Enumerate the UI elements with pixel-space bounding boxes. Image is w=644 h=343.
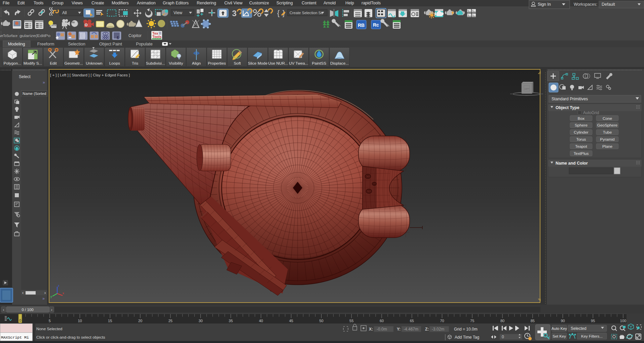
svg-text:Populate: Populate <box>136 42 152 46</box>
svg-text:Torus: Torus <box>576 137 586 142</box>
svg-text:Pyramid: Pyramid <box>600 137 614 142</box>
svg-text:55: 55 <box>349 319 353 323</box>
svg-text:0: 0 <box>19 319 21 322</box>
svg-text:Plane: Plane <box>602 144 613 149</box>
svg-text:Customize: Customize <box>249 1 269 5</box>
svg-text:Use NUR...: Use NUR... <box>268 61 288 66</box>
svg-text:[ + ] [ Left ] [ Standard ] [: [ + ] [ Left ] [ Standard ] [ Clay + Edg… <box>50 73 130 77</box>
svg-text:Content: Content <box>302 1 316 5</box>
svg-text:{: { <box>277 9 279 17</box>
svg-text:Geometr...: Geometr... <box>65 61 83 66</box>
svg-text:Z:: Z: <box>425 327 429 332</box>
svg-text:30: 30 <box>198 319 202 323</box>
svg-text:›: › <box>51 308 52 312</box>
svg-text:Rc: Rc <box>373 22 379 28</box>
svg-text:-4.467m: -4.467m <box>404 327 418 332</box>
svg-text:70: 70 <box>440 319 444 323</box>
svg-text:Tools: Tools <box>152 35 161 39</box>
svg-text:Visibility: Visibility <box>169 61 183 66</box>
svg-text:gularize(EditPo: gularize(EditPo <box>20 34 50 38</box>
svg-text:Edit: Edit <box>17 1 25 5</box>
svg-text:‹: ‹ <box>22 290 24 295</box>
svg-text:Copitor: Copitor <box>128 33 142 38</box>
svg-text:-0.0m: -0.0m <box>377 327 387 332</box>
svg-text:File: File <box>3 1 9 5</box>
svg-text:Polygon...: Polygon... <box>4 61 21 66</box>
svg-text:40: 40 <box>259 319 263 323</box>
svg-text:75: 75 <box>470 319 474 323</box>
svg-text:All: All <box>62 10 67 15</box>
svg-text:Properties: Properties <box>208 61 226 66</box>
svg-text:10: 10 <box>78 319 82 323</box>
svg-text:-3.02m: -3.02m <box>432 327 444 332</box>
svg-text:Key Filters...: Key Filters... <box>581 334 603 338</box>
svg-text:None Selected: None Selected <box>36 327 62 331</box>
svg-text:Edit: Edit <box>50 61 57 66</box>
svg-text:Standard Primitives: Standard Primitives <box>552 97 588 101</box>
svg-text:Scripting: Scripting <box>276 1 293 5</box>
svg-text:LEFT: LEFT <box>524 88 529 90</box>
svg-text:Animation: Animation <box>137 1 156 5</box>
svg-text:RB: RB <box>358 23 365 28</box>
svg-text:Default: Default <box>602 2 615 7</box>
svg-text:Sign In: Sign In <box>538 2 551 7</box>
svg-text:Workspaces:: Workspaces: <box>574 2 597 7</box>
svg-text:View: View <box>174 10 182 15</box>
svg-text:MAXScript Mi: MAXScript Mi <box>1 335 31 340</box>
svg-text:Modify S...: Modify S... <box>24 61 42 66</box>
svg-text:65: 65 <box>410 319 414 323</box>
svg-text:15: 15 <box>108 319 112 323</box>
svg-text:Create Selection Se: Create Selection Se <box>290 11 323 15</box>
svg-text:Civil View: Civil View <box>224 1 243 5</box>
svg-text:80: 80 <box>500 319 504 323</box>
svg-text:»: » <box>42 296 45 301</box>
svg-text:Soft: Soft <box>234 61 241 66</box>
svg-text:Box: Box <box>578 116 584 121</box>
svg-text:Subdivisi...: Subdivisi... <box>146 61 165 66</box>
svg-text:x: x <box>63 291 64 295</box>
svg-text:Tube: Tube <box>603 130 612 135</box>
svg-text:AutoGrid: AutoGrid <box>583 110 599 115</box>
svg-text:UV Twea...: UV Twea... <box>289 61 308 66</box>
svg-text:Add Time Tag: Add Time Tag <box>455 335 479 340</box>
svg-text:Help: Help <box>345 1 354 5</box>
svg-text:Grid = 10.0m: Grid = 10.0m <box>454 327 478 332</box>
svg-text:90: 90 <box>561 319 565 323</box>
svg-text:Set Key: Set Key <box>553 334 566 338</box>
svg-text:35: 35 <box>229 319 233 323</box>
svg-text:Name and Color: Name and Color <box>556 161 588 166</box>
svg-text:MoveToSurface: MoveToSurface <box>0 34 17 38</box>
svg-text:Selected: Selected <box>571 326 586 331</box>
svg-text:rapidTools: rapidTools <box>362 1 381 5</box>
svg-text:Align: Align <box>192 61 201 66</box>
svg-text:›: › <box>44 290 46 295</box>
svg-text:‹: ‹ <box>3 308 4 312</box>
svg-text:Group: Group <box>52 1 64 5</box>
svg-text:Modifiers: Modifiers <box>112 1 129 5</box>
svg-text:Modeling: Modeling <box>8 42 25 46</box>
svg-text:Auto Key: Auto Key <box>552 327 567 331</box>
svg-text:Views: Views <box>72 1 83 5</box>
svg-text:45: 45 <box>289 319 293 323</box>
svg-text:3: 3 <box>232 9 236 18</box>
svg-text:»: » <box>43 80 45 85</box>
svg-text:Rendering: Rendering <box>197 1 216 5</box>
svg-text:Freeform: Freeform <box>37 42 54 46</box>
svg-text:Click or click-and-drag to sel: Click or click-and-drag to select object… <box>36 335 105 340</box>
svg-text:95: 95 <box>591 319 595 323</box>
svg-text:Arnold: Arnold <box>324 1 336 5</box>
svg-text:Teapot: Teapot <box>575 144 587 149</box>
svg-text:Cone: Cone <box>603 116 612 121</box>
svg-text:Sphere: Sphere <box>575 123 588 128</box>
svg-text:50: 50 <box>319 319 323 323</box>
svg-text:100: 100 <box>620 319 626 323</box>
svg-text:Slice Mode: Slice Mode <box>248 61 268 66</box>
svg-text:Object Paint: Object Paint <box>99 42 122 46</box>
svg-text:Tris: Tris <box>132 61 138 66</box>
svg-text:GeoSphere: GeoSphere <box>597 123 618 128</box>
svg-text:Y:: Y: <box>397 327 401 332</box>
svg-text:Selection: Selection <box>68 42 85 46</box>
svg-text:20: 20 <box>138 319 142 323</box>
svg-text:Select: Select <box>19 74 31 79</box>
svg-text:Object Type: Object Type <box>556 105 579 110</box>
